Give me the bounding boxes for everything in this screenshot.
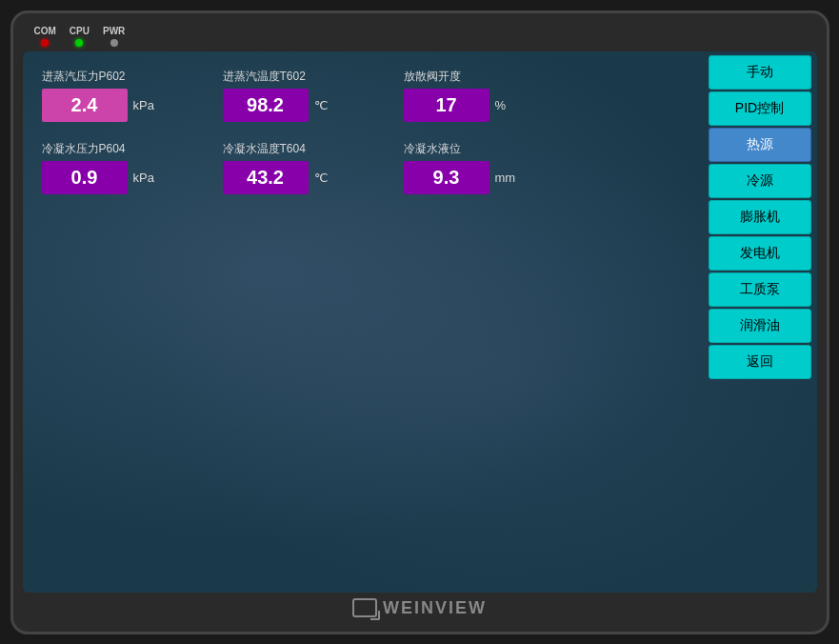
steam-temp-value: 98.2 — [223, 89, 309, 122]
cpu-label: CPU — [70, 26, 90, 36]
condensate-temp-value: 43.2 — [223, 161, 309, 194]
indicator-group: COM CPU PWR — [34, 26, 126, 47]
btn-heat-source[interactable]: 热源 — [709, 128, 811, 162]
btn-expander[interactable]: 膨胀机 — [709, 200, 811, 234]
pwr-label: PWR — [103, 26, 125, 36]
com-dot — [41, 39, 49, 47]
screen: 进蒸汽压力P602 2.4 kPa 进蒸汽温度T602 98.2 ℃ 放散阀开度 — [23, 51, 817, 593]
brand-logo: WEINVIEW — [352, 598, 487, 618]
cpu-indicator: CPU — [70, 26, 90, 47]
condensate-pressure-block: 冷凝水压力P604 0.9 kPa — [42, 141, 194, 194]
top-bar: COM CPU PWR — [23, 21, 817, 51]
device-frame: COM CPU PWR 进蒸汽压力P602 2.4 kPa — [10, 10, 829, 634]
btn-lubrication[interactable]: 润滑油 — [709, 309, 811, 343]
bottom-bar: WEINVIEW — [23, 593, 817, 620]
btn-pid[interactable]: PID控制 — [709, 91, 811, 126]
com-label: COM — [34, 26, 56, 36]
condensate-temp-value-row: 43.2 ℃ — [223, 161, 375, 194]
condensate-temp-label: 冷凝水温度T604 — [223, 141, 375, 157]
valve-opening-value-row: 17 % — [404, 89, 556, 122]
btn-back[interactable]: 返回 — [709, 345, 811, 379]
steam-pressure-value-row: 2.4 kPa — [42, 89, 194, 122]
com-indicator: COM — [34, 26, 56, 47]
data-row-2: 冷凝水压力P604 0.9 kPa 冷凝水温度T604 43.2 ℃ 冷凝水液位 — [42, 141, 684, 194]
condensate-pressure-value: 0.9 — [42, 161, 128, 194]
condensate-pressure-label: 冷凝水压力P604 — [42, 141, 194, 157]
main-content: 进蒸汽压力P602 2.4 kPa 进蒸汽温度T602 98.2 ℃ 放散阀开度 — [23, 51, 703, 593]
cpu-dot — [75, 39, 83, 47]
btn-cold-source[interactable]: 冷源 — [709, 164, 811, 198]
condensate-level-value: 9.3 — [404, 161, 489, 194]
valve-opening-value: 17 — [404, 89, 489, 122]
steam-pressure-label: 进蒸汽压力P602 — [42, 69, 194, 85]
btn-manual[interactable]: 手动 — [709, 55, 811, 90]
condensate-level-value-row: 9.3 mm — [404, 161, 556, 194]
condensate-level-unit: mm — [495, 171, 516, 185]
steam-temp-value-row: 98.2 ℃ — [223, 89, 375, 122]
condensate-level-label: 冷凝水液位 — [404, 141, 556, 157]
condensate-temp-unit: ℃ — [314, 171, 329, 185]
valve-opening-label: 放散阀开度 — [404, 69, 556, 85]
steam-temp-label: 进蒸汽温度T602 — [223, 69, 375, 85]
btn-pump[interactable]: 工质泵 — [709, 272, 811, 307]
condensate-level-block: 冷凝水液位 9.3 mm — [404, 141, 556, 194]
condensate-pressure-unit: kPa — [133, 171, 154, 185]
steam-pressure-unit: kPa — [133, 98, 154, 112]
steam-pressure-value: 2.4 — [42, 89, 128, 122]
brand-name: WEINVIEW — [383, 598, 487, 618]
pwr-indicator: PWR — [103, 26, 125, 47]
sidebar: 手动 PID控制 热源 冷源 膨胀机 发电机 工质泵 润滑油 返回 — [703, 51, 817, 593]
steam-pressure-block: 进蒸汽压力P602 2.4 kPa — [42, 69, 194, 122]
valve-opening-unit: % — [495, 98, 507, 112]
valve-opening-block: 放散阀开度 17 % — [404, 69, 556, 122]
condensate-temp-block: 冷凝水温度T604 43.2 ℃ — [223, 141, 375, 194]
steam-temp-block: 进蒸汽温度T602 98.2 ℃ — [223, 69, 375, 122]
steam-temp-unit: ℃ — [314, 98, 329, 112]
pwr-dot — [110, 39, 118, 47]
data-row-1: 进蒸汽压力P602 2.4 kPa 进蒸汽温度T602 98.2 ℃ 放散阀开度 — [42, 69, 684, 122]
btn-generator[interactable]: 发电机 — [709, 236, 811, 271]
condensate-pressure-value-row: 0.9 kPa — [42, 161, 194, 194]
